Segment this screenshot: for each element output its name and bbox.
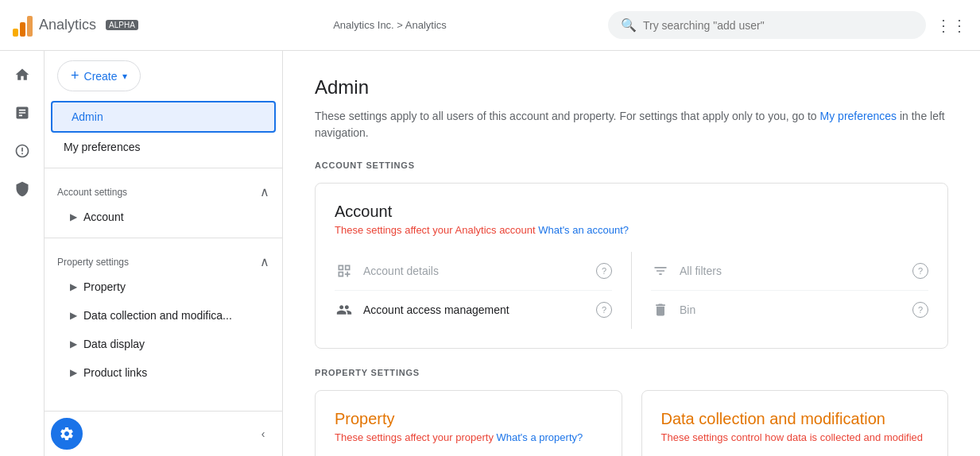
account-settings-row: Account details ? Account access managem… (335, 252, 928, 329)
admin-label: Admin (72, 110, 103, 123)
property-card-title: Property (335, 410, 602, 428)
data-display-chevron-icon: ▶ (70, 338, 77, 350)
sidebar-item-admin[interactable]: Admin (51, 101, 276, 133)
property-settings-section-label: PROPERTY SETTINGS (315, 368, 948, 377)
admin-gear-button[interactable] (51, 418, 83, 450)
all-filters-label: All filters (680, 265, 903, 277)
bin-item[interactable]: Bin ? (651, 291, 928, 329)
search-icon: 🔍 (621, 17, 637, 33)
property-label: Property (83, 280, 126, 293)
logo-text: Analytics (39, 17, 96, 33)
nav-divider-2 (45, 238, 282, 238)
property-cards-grid: Property These settings affect your prop… (315, 390, 948, 456)
all-filters-help-icon[interactable]: ? (912, 263, 928, 279)
account-access-icon (335, 300, 354, 319)
all-filters-item[interactable]: All filters ? (651, 252, 928, 291)
sidebar-item-data-display[interactable]: ▶ Data display (45, 330, 276, 358)
page-title: Admin (315, 76, 948, 99)
data-collection-card: Data collection and modification These s… (641, 390, 949, 456)
data-collection-card-title: Data collection and modification (661, 410, 929, 428)
sidebar-item-data-collection[interactable]: ▶ Data collection and modifica... (45, 301, 276, 330)
account-card: Account These settings affect your Analy… (315, 183, 948, 349)
nav-panel: + Create ▾ Admin My preferences Account … (45, 51, 283, 456)
sidebar-item-home[interactable] (5, 57, 40, 92)
product-links-label: Product links (83, 366, 147, 379)
page-description: These settings apply to all users of thi… (315, 108, 948, 141)
sidebar-item-advertise[interactable] (5, 172, 40, 207)
apps-grid-icon[interactable]: ⋮⋮ (935, 16, 967, 35)
all-filters-icon (651, 261, 670, 280)
account-access-label: Account access management (363, 303, 587, 316)
account-label: Account (83, 211, 124, 223)
account-details-label: Account details (363, 265, 587, 277)
side-icons (0, 51, 45, 456)
my-preferences-label: My preferences (64, 141, 140, 153)
bin-icon (651, 300, 670, 319)
chevron-down-icon: ▾ (122, 71, 127, 82)
account-chevron-icon: ▶ (70, 211, 77, 222)
property-settings-section-header: Property settings ∧ (45, 245, 282, 272)
sidebar-item-account[interactable]: ▶ Account (45, 203, 276, 231)
data-display-label: Data display (83, 338, 145, 350)
main-layout: + Create ▾ Admin My preferences Account … (0, 51, 980, 456)
account-access-item[interactable]: Account access management ? (335, 291, 612, 329)
account-settings-left: Account details ? Account access managem… (335, 252, 612, 329)
sidebar-item-reports[interactable] (5, 95, 40, 130)
sidebar-item-my-preferences[interactable]: My preferences (45, 133, 276, 161)
breadcrumb: Analytics Inc. > Analytics (181, 19, 598, 31)
account-details-item[interactable]: Account details ? (335, 252, 612, 291)
account-settings-right: All filters ? Bin ? (651, 252, 928, 329)
account-access-help-icon[interactable]: ? (596, 302, 612, 318)
bin-help-icon[interactable]: ? (912, 302, 928, 318)
logo-alpha-badge: ALPHA (106, 20, 138, 30)
create-label: Create (84, 70, 118, 83)
admin-gear-area: ‹ (45, 411, 282, 456)
bin-label: Bin (680, 303, 903, 316)
sidebar-item-property[interactable]: ▶ Property (45, 272, 276, 301)
plus-icon: + (71, 68, 79, 84)
whats-a-property-link[interactable]: What's a property? (497, 431, 583, 443)
product-links-chevron-icon: ▶ (70, 367, 77, 378)
whats-an-account-link[interactable]: What's an account? (538, 224, 629, 236)
search-input[interactable] (643, 19, 913, 32)
main-content: Admin These settings apply to all users … (283, 51, 980, 456)
property-chevron-icon: ▶ (70, 281, 77, 292)
sidebar-item-explore[interactable] (5, 133, 40, 168)
property-settings-collapse-icon[interactable]: ∧ (260, 254, 269, 269)
settings-col-divider (631, 252, 632, 329)
data-collection-label: Data collection and modifica... (83, 309, 232, 322)
sidebar-collapse-button[interactable]: ‹ (250, 421, 276, 446)
account-settings-collapse-icon[interactable]: ∧ (260, 184, 269, 199)
account-details-help-icon[interactable]: ? (596, 263, 612, 279)
account-settings-section-header: Account settings ∧ (45, 175, 282, 203)
create-button[interactable]: + Create ▾ (57, 60, 141, 91)
account-card-description: These settings affect your Analytics acc… (335, 224, 928, 236)
account-card-title: Account (335, 203, 928, 221)
property-card: Property These settings affect your prop… (315, 390, 622, 456)
my-preferences-link[interactable]: My preferences (820, 110, 897, 122)
property-settings-label: Property settings (57, 257, 129, 268)
account-settings-section-label: ACCOUNT SETTINGS (315, 160, 948, 170)
account-details-icon (335, 261, 354, 280)
nav-divider-1 (45, 168, 282, 168)
sidebar-item-product-links[interactable]: ▶ Product links (45, 358, 276, 387)
property-card-description: These settings affect your property What… (335, 431, 602, 443)
search-bar[interactable]: 🔍 (608, 11, 926, 39)
data-collection-chevron-icon: ▶ (70, 310, 77, 321)
data-collection-card-description: These settings control how data is colle… (661, 431, 929, 443)
logo-area: Analytics ALPHA (13, 14, 172, 37)
topbar: Analytics ALPHA Analytics Inc. > Analyti… (0, 0, 980, 51)
account-settings-label: Account settings (57, 187, 127, 198)
analytics-logo-icon (13, 14, 33, 37)
